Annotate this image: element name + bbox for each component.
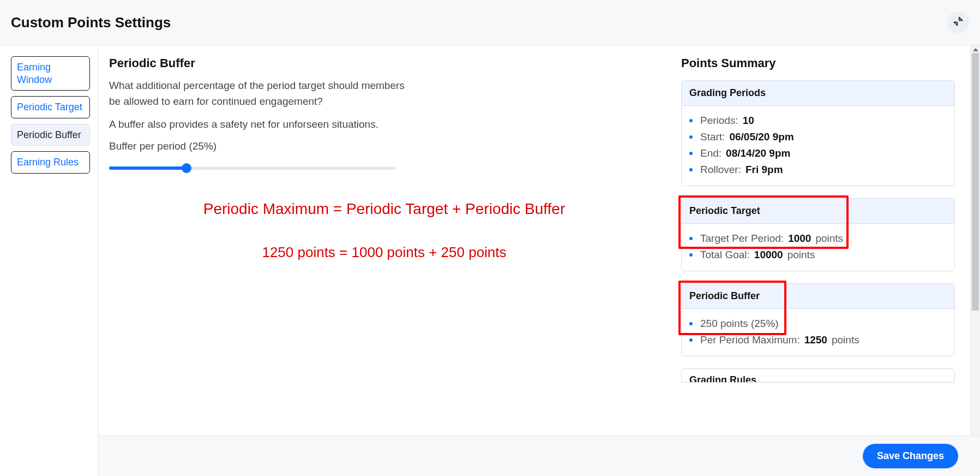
- vertical-scrollbar[interactable]: [970, 45, 980, 476]
- card-header-grading-periods: Grading Periods: [682, 81, 954, 106]
- sidebar-item-earning-window[interactable]: Earning Window: [11, 56, 90, 91]
- annotation-line-2: 1250 points = 1000 points + 250 points: [109, 244, 659, 261]
- card-grading-rules-partial: Grading Rules: [681, 368, 955, 383]
- annotation-overlay: Periodic Maximum = Periodic Target + Per…: [109, 200, 659, 261]
- buffer-slider[interactable]: [109, 166, 395, 170]
- slider-label: Buffer per period (25%): [109, 140, 659, 152]
- sidebar-item-periodic-target[interactable]: Periodic Target: [11, 96, 90, 118]
- row-start: Start: 06/05/20 9pm: [689, 129, 947, 145]
- section-heading: Periodic Buffer: [109, 56, 659, 70]
- row-target-per-period: Target Per Period: 1000 points: [689, 230, 947, 247]
- section-desc-2: A buffer also provides a safety net for …: [109, 117, 414, 133]
- page-title: Custom Points Settings: [11, 14, 171, 31]
- card-periodic-buffer: Periodic Buffer 250 points (25%) Per Per…: [681, 283, 955, 356]
- card-periodic-target: Periodic Target Target Per Period: 1000 …: [681, 198, 955, 271]
- card-header-periodic-buffer: Periodic Buffer: [682, 284, 954, 309]
- sidebar-item-periodic-buffer[interactable]: Periodic Buffer: [11, 124, 90, 146]
- scroll-thumb[interactable]: [972, 53, 979, 311]
- card-grading-periods: Grading Periods Periods: 10 Start: 06/05…: [681, 80, 955, 186]
- card-header-periodic-target: Periodic Target: [682, 199, 954, 224]
- minimize-icon: [953, 16, 964, 29]
- footer: Save Changes: [98, 436, 980, 476]
- row-rollover: Rollover: Fri 9pm: [689, 162, 947, 178]
- save-changes-button[interactable]: Save Changes: [863, 444, 958, 468]
- sidebar: Earning Window Periodic Target Periodic …: [0, 45, 98, 476]
- annotation-line-1: Periodic Maximum = Periodic Target + Per…: [109, 200, 659, 218]
- row-buffer-value: 250 points (25%): [689, 316, 947, 332]
- row-per-period-max: Per Period Maximum: 1250 points: [689, 332, 947, 348]
- minimize-button[interactable]: [947, 11, 969, 33]
- row-end: End: 08/14/20 9pm: [689, 145, 947, 162]
- scroll-track[interactable]: [971, 53, 980, 468]
- summary-heading: Points Summary: [681, 56, 955, 70]
- row-periods: Periods: 10: [689, 112, 947, 129]
- slider-thumb[interactable]: [182, 163, 191, 173]
- sidebar-item-earning-rules[interactable]: Earning Rules: [11, 151, 90, 174]
- section-desc-1: What additional percentage of the period…: [109, 78, 414, 109]
- scroll-up-icon[interactable]: [973, 48, 978, 51]
- row-total-goal: Total Goal: 10000 points: [689, 247, 947, 263]
